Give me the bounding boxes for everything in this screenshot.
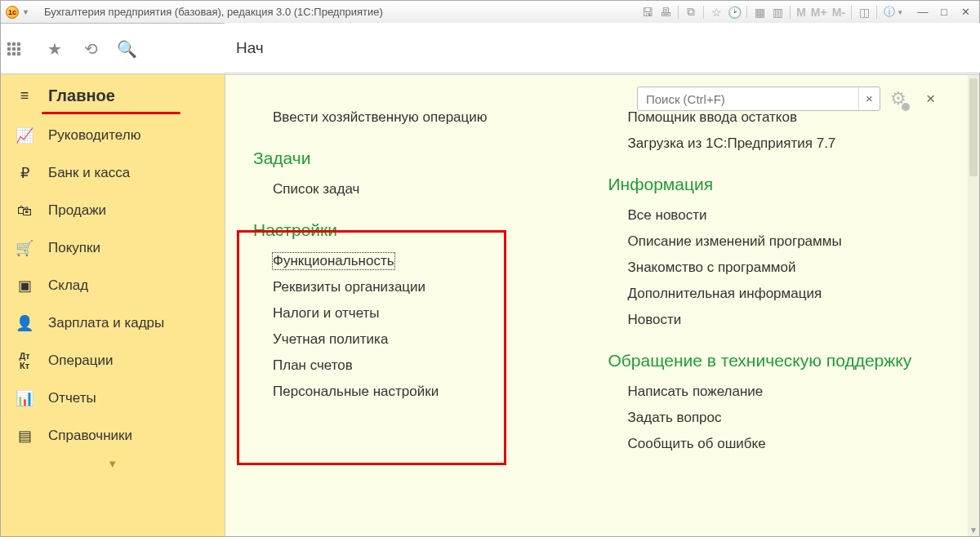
favorite-icon[interactable]: ☆ — [708, 4, 724, 20]
history-icon[interactable]: 🕑 — [726, 4, 742, 20]
sidebar-item-operations[interactable]: ДтКт Операции — [1, 342, 225, 379]
cart-icon: 🛒 — [16, 239, 33, 257]
chart-icon: 📊 — [16, 389, 33, 407]
section-tasks: Задачи — [253, 149, 589, 168]
sidebar-item-label: Банк и касса — [48, 165, 130, 181]
search-input[interactable] — [638, 92, 858, 106]
clipboard-icon[interactable]: ⟲ — [79, 39, 102, 59]
trend-icon: 📈 — [16, 126, 33, 144]
panel-icon[interactable]: ◫ — [856, 4, 872, 20]
item-enter-operation[interactable]: Ввести хозяйственную операцию — [250, 104, 589, 131]
close-button[interactable]: ✕ — [956, 5, 974, 20]
window-title: Бухгалтерия предприятия (базовая), редак… — [44, 6, 383, 18]
navigation-sidebar: ≡ Главное 📈 Руководителю ₽ Банк и касса … — [1, 74, 225, 536]
info-dropdown-icon[interactable]: ▾ — [898, 8, 902, 16]
item-all-news[interactable]: Все новости — [605, 202, 944, 229]
item-chart-of-accounts[interactable]: План счетов — [250, 353, 589, 379]
memory-mp[interactable]: M+ — [811, 6, 827, 19]
books-icon: ▤ — [16, 427, 33, 445]
column-left: Ввести хозяйственную операцию Задачи Спи… — [242, 104, 597, 536]
section-support: Обращение в техническую поддержку — [608, 351, 944, 371]
scroll-down-icon[interactable]: ▼ — [968, 525, 979, 536]
section-information: Информация — [608, 175, 944, 194]
sidebar-item-main[interactable]: ≡ Главное — [1, 74, 225, 117]
item-task-list[interactable]: Список задач — [250, 176, 589, 202]
vertical-scrollbar[interactable]: ▲ ▼ — [968, 75, 979, 536]
sidebar-item-manager[interactable]: 📈 Руководителю — [1, 117, 225, 154]
ruble-icon: ₽ — [16, 164, 33, 182]
item-ask-question[interactable]: Задать вопрос — [605, 405, 944, 431]
print-icon[interactable]: 🖶 — [657, 4, 674, 20]
sidebar-item-label: Руководителю — [48, 127, 140, 144]
maximize-button[interactable]: □ — [935, 5, 953, 20]
item-changelog[interactable]: Описание изменений программы — [605, 229, 944, 255]
boxes-icon: ▣ — [16, 277, 33, 295]
item-getting-acquainted[interactable]: Знакомство с программой — [605, 255, 944, 281]
app-orb-icon: 1c — [6, 6, 19, 19]
sidebar-item-sales[interactable]: 🛍 Продажи — [1, 192, 225, 229]
tab-truncated[interactable]: Нач — [236, 39, 264, 57]
sidebar-item-label: Справочники — [48, 428, 132, 444]
section-settings: Настройки — [253, 220, 589, 240]
item-accounting-policy[interactable]: Учетная политика — [250, 326, 589, 353]
sidebar-more-icon[interactable]: ▾ — [1, 455, 225, 473]
memory-m[interactable]: M — [796, 6, 806, 19]
save-icon[interactable]: 🖫 — [639, 4, 656, 20]
item-additional-info[interactable]: Дополнительная информация — [605, 281, 944, 307]
info-icon[interactable]: ⓘ — [881, 4, 898, 20]
sidebar-item-reports[interactable]: 📊 Отчеты — [1, 379, 225, 417]
main-panel: × ⚙ × Ввести хозяйственную операцию Зада… — [225, 74, 979, 536]
minimize-button[interactable]: — — [914, 5, 932, 20]
sidebar-item-label: Отчеты — [48, 390, 96, 406]
sidebar-item-label: Операции — [48, 353, 114, 369]
sidebar-item-label: Склад — [48, 277, 88, 294]
sidebar-item-warehouse[interactable]: ▣ Склад — [1, 267, 225, 304]
apps-grid-icon[interactable] — [7, 42, 30, 55]
item-org-details[interactable]: Реквизиты организации — [250, 274, 589, 300]
tab-bar: Нач — [225, 23, 980, 73]
window-titlebar: 1c ▼ Бухгалтерия предприятия (базовая), … — [1, 1, 979, 24]
item-functionality[interactable]: Функциональность — [250, 248, 589, 274]
dtkt-icon: ДтКт — [16, 351, 33, 371]
bag-icon: 🛍 — [16, 202, 33, 220]
item-load-from-77[interactable]: Загрузка из 1С:Предприятия 7.7 — [605, 131, 944, 157]
item-news[interactable]: Новости — [605, 307, 944, 333]
sidebar-item-payroll[interactable]: 👤 Зарплата и кадры — [1, 304, 225, 342]
calc-icon[interactable]: ▦ — [751, 4, 768, 20]
sidebar-item-purchases[interactable]: 🛒 Покупки — [1, 229, 225, 267]
scroll-thumb[interactable] — [969, 78, 978, 176]
column-right: Помощник ввода остатков Загрузка из 1С:П… — [597, 104, 952, 536]
sidebar-item-label: Продажи — [48, 202, 106, 219]
calendar-icon[interactable]: ▥ — [769, 4, 786, 20]
active-underline — [42, 112, 180, 114]
sidebar-item-directories[interactable]: ▤ Справочники — [1, 417, 225, 455]
search-icon[interactable]: 🔍 — [115, 39, 138, 59]
item-balance-assistant[interactable]: Помощник ввода остатков — [605, 104, 944, 131]
item-personal-settings[interactable]: Персональные настройки — [250, 379, 589, 405]
item-write-suggestion[interactable]: Написать пожелание — [605, 379, 944, 405]
sidebar-item-bank[interactable]: ₽ Банк и касса — [1, 154, 225, 192]
star-icon[interactable]: ★ — [43, 39, 66, 59]
sidebar-item-label: Зарплата и кадры — [48, 315, 164, 331]
sidebar-item-label: Покупки — [48, 240, 100, 256]
app-menu-dropdown-icon[interactable]: ▼ — [22, 8, 29, 16]
menu-icon: ≡ — [16, 87, 33, 104]
person-icon: 👤 — [16, 314, 33, 332]
item-report-bug[interactable]: Сообщить об ошибке — [605, 431, 944, 457]
sidebar-item-label: Главное — [48, 87, 115, 105]
memory-mm[interactable]: M- — [832, 6, 845, 19]
item-taxes-reports[interactable]: Налоги и отчеты — [250, 300, 589, 326]
page-preview-icon[interactable]: ⧉ — [683, 4, 699, 20]
quick-toolbar: ★ ⟲ 🔍 — [1, 24, 225, 74]
